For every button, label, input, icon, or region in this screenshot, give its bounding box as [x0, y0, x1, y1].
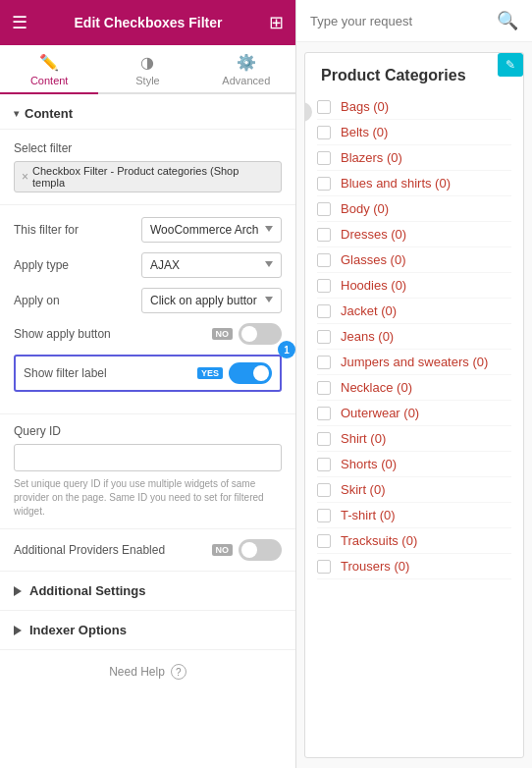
- right-panel: 🔍 ‹ ✎ Product Categories Bags (0)Belts (…: [296, 0, 532, 768]
- category-checkbox[interactable]: [317, 458, 331, 471]
- filter-tag-remove-icon[interactable]: ×: [22, 170, 28, 184]
- product-categories-title: Product Categories: [321, 67, 466, 84]
- category-checkbox[interactable]: [317, 279, 331, 293]
- this-filter-for-select[interactable]: WooCommerce Arch: [141, 217, 282, 243]
- category-item: Dresses (0): [317, 222, 511, 247]
- category-checkbox[interactable]: [317, 330, 331, 344]
- category-link[interactable]: Belts (0): [341, 125, 388, 139]
- category-link[interactable]: Dresses (0): [341, 227, 406, 242]
- show-filter-label-toggle[interactable]: [229, 362, 272, 384]
- category-checkbox[interactable]: [317, 151, 331, 165]
- category-item: Shirt (0): [317, 426, 511, 452]
- category-link[interactable]: Blues and shirts (0): [341, 176, 451, 191]
- category-checkbox[interactable]: [317, 356, 331, 369]
- show-apply-button-label: Show apply button: [14, 327, 212, 341]
- category-item: Trousers (0): [317, 554, 511, 579]
- category-checkbox[interactable]: [317, 534, 331, 548]
- product-panel-header: Product Categories: [305, 53, 523, 94]
- select-filter-section: Select filter × Checkbox Filter - Produc…: [0, 130, 295, 205]
- need-help-label: Need Help: [109, 665, 165, 679]
- additional-providers-label: Additional Providers Enabled: [14, 543, 212, 557]
- additional-providers-toggle[interactable]: [239, 539, 282, 561]
- category-item: Hoodies (0): [317, 273, 511, 299]
- category-checkbox[interactable]: [317, 304, 331, 318]
- category-link[interactable]: Shorts (0): [341, 457, 397, 471]
- category-link[interactable]: Outerwear (0): [341, 406, 419, 420]
- category-link[interactable]: Body (0): [341, 201, 389, 216]
- category-link[interactable]: Jumpers and sweaters (0): [341, 355, 488, 369]
- apply-on-select[interactable]: Click on apply buttor: [141, 288, 282, 313]
- category-link[interactable]: Trousers (0): [341, 559, 409, 574]
- category-link[interactable]: Hoodies (0): [341, 278, 406, 293]
- apply-on-row: Apply on Click on apply buttor: [14, 288, 282, 313]
- left-panel: ☰ Edit Checkboxes Filter ⊞ ✏️ Content ◑ …: [0, 0, 296, 768]
- apply-type-select[interactable]: AJAX: [141, 252, 282, 278]
- content-section-label: Content: [25, 106, 73, 121]
- notification-badge: 1: [278, 341, 295, 358]
- content-tab-label: Content: [30, 75, 69, 86]
- category-checkbox[interactable]: [317, 177, 331, 191]
- category-link[interactable]: Jacket (0): [341, 303, 397, 318]
- additional-providers-badge: NO: [212, 544, 234, 556]
- search-bar: 🔍: [296, 0, 532, 42]
- content-tab-icon: ✏️: [39, 53, 59, 72]
- category-checkbox[interactable]: [317, 253, 331, 267]
- help-icon[interactable]: ?: [171, 664, 186, 680]
- apply-on-label: Apply on: [14, 294, 141, 307]
- category-link[interactable]: Jeans (0): [341, 329, 394, 344]
- edit-panel-button[interactable]: ✎: [498, 53, 523, 77]
- category-checkbox[interactable]: [317, 228, 331, 242]
- query-id-label: Query ID: [14, 424, 282, 438]
- category-item: Bags (0): [317, 94, 511, 120]
- filter-tag-text: Checkbox Filter - Product categories (Sh…: [32, 165, 274, 189]
- category-checkbox[interactable]: [317, 432, 331, 446]
- top-bar: ☰ Edit Checkboxes Filter ⊞: [0, 0, 295, 45]
- category-checkbox[interactable]: [317, 483, 331, 497]
- additional-settings-section[interactable]: Additional Settings: [0, 572, 295, 611]
- category-checkbox[interactable]: [317, 202, 331, 216]
- indexer-options-section[interactable]: Indexer Options: [0, 611, 295, 650]
- category-checkbox[interactable]: [317, 407, 331, 420]
- category-checkbox[interactable]: [317, 100, 331, 114]
- category-link[interactable]: Bags (0): [341, 99, 389, 114]
- style-tab-icon: ◑: [140, 53, 154, 72]
- query-id-hint: Set unique query ID if you use multiple …: [14, 477, 282, 519]
- category-item: Blazers (0): [317, 145, 511, 171]
- category-link[interactable]: Necklace (0): [341, 380, 412, 395]
- category-checkbox[interactable]: [317, 560, 331, 574]
- chevron-down-icon: ▾: [14, 108, 19, 119]
- additional-settings-label: Additional Settings: [29, 583, 145, 598]
- expand-additional-settings-icon: [14, 586, 22, 596]
- filter-tag[interactable]: × Checkbox Filter - Product categories (…: [14, 161, 282, 192]
- category-item: Jacket (0): [317, 299, 511, 324]
- show-apply-button-row: Show apply button NO: [14, 323, 282, 345]
- category-link[interactable]: Glasses (0): [341, 252, 405, 267]
- panel-title: Edit Checkboxes Filter: [75, 15, 223, 30]
- additional-providers-slider: [239, 539, 282, 561]
- tab-advanced[interactable]: ⚙️ Advanced: [197, 45, 295, 92]
- hamburger-icon[interactable]: ☰: [12, 12, 27, 33]
- tab-style[interactable]: ◑ Style: [98, 45, 196, 92]
- category-checkbox[interactable]: [317, 381, 331, 395]
- advanced-tab-icon: ⚙️: [237, 53, 256, 72]
- category-link[interactable]: Skirt (0): [341, 482, 386, 497]
- filter-settings-section: This filter for WooCommerce Arch Apply t…: [0, 205, 295, 414]
- category-checkbox[interactable]: [317, 509, 331, 522]
- tab-content[interactable]: ✏️ Content: [0, 45, 98, 94]
- category-checkbox[interactable]: [317, 126, 331, 139]
- additional-providers-row: Additional Providers Enabled NO: [0, 529, 295, 572]
- indexer-options-label: Indexer Options: [29, 623, 127, 637]
- category-link[interactable]: Blazers (0): [341, 150, 402, 165]
- show-filter-label-text: Show filter label: [24, 366, 197, 380]
- grid-icon[interactable]: ⊞: [269, 12, 284, 33]
- search-input[interactable]: [310, 14, 489, 28]
- show-apply-button-toggle[interactable]: [239, 323, 282, 345]
- category-link[interactable]: T-shirt (0): [341, 508, 396, 522]
- category-link[interactable]: Shirt (0): [341, 431, 386, 446]
- search-icon[interactable]: 🔍: [497, 10, 518, 31]
- category-item: Outerwear (0): [317, 401, 511, 426]
- expand-indexer-options-icon: [14, 626, 22, 635]
- query-id-input[interactable]: [14, 444, 282, 471]
- show-filter-label-row: Show filter label YES 1: [14, 355, 282, 392]
- category-link[interactable]: Tracksuits (0): [341, 533, 417, 548]
